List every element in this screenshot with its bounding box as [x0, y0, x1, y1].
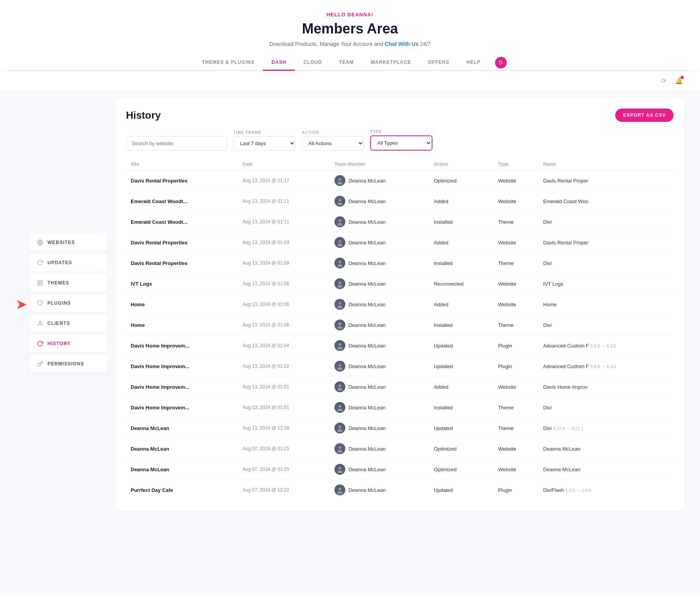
cell-type: Website	[494, 170, 539, 191]
svg-point-6	[39, 321, 41, 323]
cell-type: Theme	[494, 418, 539, 439]
cell-action: Updated	[429, 335, 493, 356]
table-row: IVT Logs Aug 13, 2024 @ 01:06 Deanna McL…	[126, 274, 674, 294]
nav-cloud[interactable]: CLOUD	[295, 55, 331, 71]
sidebar: WEBSITES UPDATES THEMES PLUGINS	[30, 233, 107, 375]
member-name: Deanna McLean	[348, 178, 385, 184]
cell-action: Updated	[429, 480, 493, 500]
cell-action: Added	[429, 232, 493, 253]
table-row: Emerald Coast Woodt... Aug 13, 2024 @ 01…	[126, 191, 674, 212]
cell-member: Deanna McLean	[330, 170, 429, 191]
sidebar-label-updates: UPDATES	[47, 260, 72, 265]
col-date: Date	[238, 158, 330, 170]
cell-action: Updated	[429, 418, 493, 439]
cell-action: Added	[429, 294, 493, 315]
member-name: Deanna McLean	[348, 446, 385, 452]
notif-dot	[681, 76, 684, 79]
cell-action: Added	[429, 377, 493, 397]
cell-date: Aug 13, 2024 @ 01:11	[238, 191, 330, 212]
cell-member: Deanna McLean	[330, 212, 429, 232]
sidebar-item-permissions[interactable]: PERMISSIONS	[30, 355, 107, 373]
table-row: Deanna McLean Aug 13, 2024 @ 12:38 Deann…	[126, 418, 674, 439]
cell-type: Theme	[494, 315, 539, 335]
sidebar-item-websites[interactable]: WEBSITES	[30, 233, 107, 251]
type-select[interactable]: All Types Website Theme Plugin	[370, 135, 432, 151]
sidebar-item-plugins[interactable]: PLUGINS	[30, 294, 107, 312]
col-type: Type	[494, 158, 539, 170]
avatar[interactable]: D	[495, 57, 507, 68]
cell-site: Davis Home Improvem...	[126, 397, 238, 418]
cell-date: Aug 13, 2024 @ 01:01	[238, 377, 330, 397]
nav-dash[interactable]: DASH	[263, 55, 295, 71]
cell-member: Deanna McLean	[330, 191, 429, 212]
sidebar-item-history[interactable]: HISTORY	[30, 335, 107, 353]
cell-member: Deanna McLean	[330, 335, 429, 356]
cell-site: Davis Rental Properties	[126, 253, 238, 274]
clients-icon	[37, 320, 44, 327]
member-name: Deanna McLean	[348, 281, 385, 287]
cell-action: Optimized	[429, 459, 493, 480]
sidebar-item-updates[interactable]: UPDATES	[30, 254, 107, 272]
subtitle: Download Products, Manage Your Account a…	[8, 41, 692, 47]
sidebar-item-themes[interactable]: THEMES	[30, 274, 107, 292]
cell-site: Deanna McLean	[126, 439, 238, 459]
cell-member: Deanna McLean	[330, 439, 429, 459]
cell-member: Deanna McLean	[330, 274, 429, 294]
plugins-icon	[37, 300, 44, 307]
member-name: Deanna McLean	[348, 467, 385, 472]
member-avatar	[334, 340, 345, 351]
svg-point-32	[339, 343, 341, 346]
nav-offers[interactable]: OFFERS	[420, 55, 458, 71]
svg-point-17	[339, 240, 341, 243]
cell-date: Aug 07, 2024 @ 01:25	[238, 459, 330, 480]
cell-date: Aug 13, 2024 @ 01:11	[238, 212, 330, 232]
cell-type: Plugin	[494, 335, 539, 356]
history-arrow: ➤	[16, 296, 27, 312]
history-panel: History EXPORT AS CSV TIME FRAME Last 7 …	[115, 98, 684, 511]
table-row: Davis Home Improvem... Aug 13, 2024 @ 01…	[126, 356, 674, 377]
cell-action: Updated	[429, 356, 493, 377]
chat-link[interactable]: Chat With Us	[385, 41, 418, 47]
member-name: Deanna McLean	[348, 487, 385, 493]
member-name: Deanna McLean	[348, 302, 385, 307]
cell-name: Divi	[539, 253, 674, 274]
cell-name: Divi	[539, 315, 674, 335]
cell-site: IVT Logs	[126, 274, 238, 294]
cell-name: Davis Home Improv	[539, 377, 674, 397]
action-select[interactable]: All Actions Added Updated Installed Opti…	[302, 136, 364, 151]
member-name: Deanna McLean	[348, 405, 385, 411]
cell-action: Optimized	[429, 170, 493, 191]
subtitle-text: Download Products, Manage Your Account a…	[270, 41, 383, 47]
nav-themes-plugins[interactable]: THEMES & PLUGINS	[193, 55, 263, 71]
member-avatar	[334, 361, 345, 372]
cell-action: Installed	[429, 315, 493, 335]
col-site: Site	[126, 158, 238, 170]
cell-site: Davis Home Improvem...	[126, 335, 238, 356]
refresh-icon[interactable]: ⟳	[658, 75, 669, 86]
nav-marketplace[interactable]: MARKETPLACE	[362, 55, 420, 71]
member-avatar	[334, 299, 345, 310]
cell-name: Divi 4.27.0 → 4.27.1	[539, 418, 674, 439]
member-avatar	[334, 319, 345, 330]
member-avatar	[334, 258, 345, 269]
search-input[interactable]	[126, 136, 227, 151]
member-name: Deanna McLean	[348, 240, 385, 246]
sidebar-item-clients[interactable]: CLIENTS	[30, 314, 107, 332]
nav-team[interactable]: TEAM	[331, 55, 362, 71]
cell-member: Deanna McLean	[330, 315, 429, 335]
cell-name: Divi	[539, 397, 674, 418]
svg-point-35	[339, 364, 341, 367]
nav-help[interactable]: HELP	[458, 55, 489, 71]
time-frame-select[interactable]: Last 7 days Last 30 days Last 90 days Al…	[233, 136, 296, 151]
export-csv-button[interactable]: EXPORT AS CSV	[615, 109, 674, 122]
table-row: Davis Rental Properties Aug 13, 2024 @ 0…	[126, 232, 674, 253]
member-name: Deanna McLean	[348, 322, 385, 328]
notification-icon[interactable]: 🔔	[674, 75, 684, 86]
cell-member: Deanna McLean	[330, 356, 429, 377]
history-icon	[37, 340, 44, 347]
cell-action: Installed	[429, 212, 493, 232]
member-avatar	[334, 381, 345, 392]
svg-point-8	[339, 178, 341, 181]
table-row: Home Aug 13, 2024 @ 01:06 Deanna McLean …	[126, 315, 674, 335]
col-name: Name	[539, 158, 674, 170]
